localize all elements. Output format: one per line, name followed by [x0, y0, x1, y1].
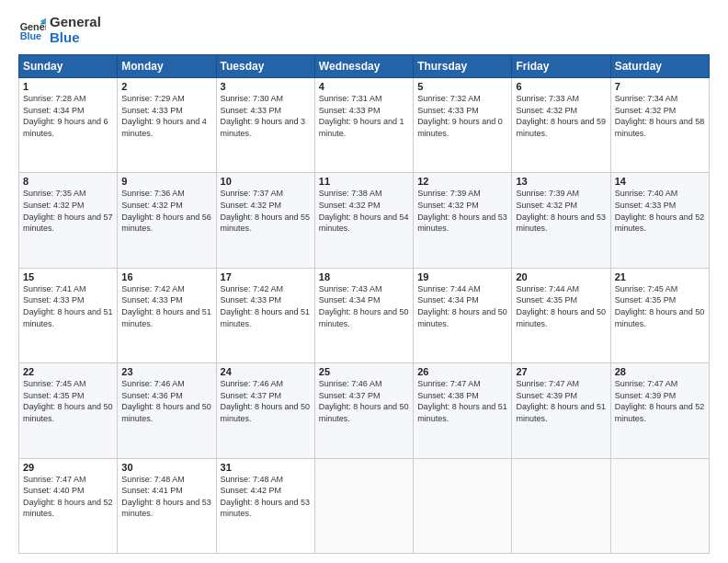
day-number: 23	[121, 366, 211, 377]
calendar-cell: 7Sunrise: 7:34 AMSunset: 4:32 PMDaylight…	[610, 78, 709, 173]
calendar-header-row: SundayMondayTuesdayWednesdayThursdayFrid…	[19, 55, 710, 78]
calendar-cell: 26Sunrise: 7:47 AMSunset: 4:38 PMDayligh…	[414, 363, 512, 458]
calendar-cell: 5Sunrise: 7:32 AMSunset: 4:33 PMDaylight…	[414, 78, 512, 173]
day-number: 6	[516, 81, 606, 92]
logo-text-general: General	[50, 15, 101, 30]
day-info: Sunrise: 7:45 AMSunset: 4:35 PMDaylight:…	[615, 283, 705, 329]
day-info: Sunrise: 7:48 AMSunset: 4:41 PMDaylight:…	[121, 474, 211, 520]
day-info: Sunrise: 7:42 AMSunset: 4:33 PMDaylight:…	[121, 283, 211, 329]
calendar-cell: 12Sunrise: 7:39 AMSunset: 4:32 PMDayligh…	[414, 173, 512, 268]
day-info: Sunrise: 7:39 AMSunset: 4:32 PMDaylight:…	[417, 188, 507, 234]
day-number: 31	[221, 462, 311, 473]
day-info: Sunrise: 7:37 AMSunset: 4:32 PMDaylight:…	[221, 188, 311, 234]
calendar-weekday-saturday: Saturday	[610, 55, 709, 78]
calendar-cell: 27Sunrise: 7:47 AMSunset: 4:39 PMDayligh…	[512, 363, 610, 458]
day-info: Sunrise: 7:47 AMSunset: 4:39 PMDaylight:…	[516, 378, 606, 424]
day-info: Sunrise: 7:44 AMSunset: 4:35 PMDaylight:…	[516, 283, 606, 329]
day-number: 16	[121, 271, 211, 282]
day-info: Sunrise: 7:46 AMSunset: 4:36 PMDaylight:…	[121, 378, 211, 424]
day-info: Sunrise: 7:43 AMSunset: 4:34 PMDaylight:…	[319, 283, 409, 329]
day-number: 30	[121, 462, 211, 473]
day-number: 19	[417, 271, 507, 282]
day-number: 28	[615, 366, 705, 377]
calendar-cell: 28Sunrise: 7:47 AMSunset: 4:39 PMDayligh…	[610, 363, 709, 458]
day-info: Sunrise: 7:36 AMSunset: 4:32 PMDaylight:…	[121, 188, 211, 234]
calendar-weekday-wednesday: Wednesday	[314, 55, 413, 78]
calendar-cell: 10Sunrise: 7:37 AMSunset: 4:32 PMDayligh…	[216, 173, 314, 268]
calendar-cell: 23Sunrise: 7:46 AMSunset: 4:36 PMDayligh…	[118, 363, 216, 458]
day-info: Sunrise: 7:41 AMSunset: 4:33 PMDaylight:…	[23, 283, 113, 329]
day-info: Sunrise: 7:40 AMSunset: 4:33 PMDaylight:…	[615, 188, 705, 234]
calendar-week-row: 15Sunrise: 7:41 AMSunset: 4:33 PMDayligh…	[19, 268, 710, 362]
calendar-cell: 24Sunrise: 7:46 AMSunset: 4:37 PMDayligh…	[216, 363, 314, 458]
day-number: 17	[221, 271, 311, 282]
day-number: 3	[221, 81, 311, 92]
calendar-cell: 29Sunrise: 7:47 AMSunset: 4:40 PMDayligh…	[19, 458, 118, 553]
day-info: Sunrise: 7:33 AMSunset: 4:32 PMDaylight:…	[516, 93, 606, 139]
day-number: 24	[221, 366, 311, 377]
calendar-cell: 15Sunrise: 7:41 AMSunset: 4:33 PMDayligh…	[19, 268, 118, 362]
calendar-week-row: 22Sunrise: 7:45 AMSunset: 4:35 PMDayligh…	[19, 363, 710, 458]
calendar-table: SundayMondayTuesdayWednesdayThursdayFrid…	[18, 54, 710, 554]
calendar-cell	[314, 458, 413, 553]
day-info: Sunrise: 7:46 AMSunset: 4:37 PMDaylight:…	[319, 378, 409, 424]
day-info: Sunrise: 7:47 AMSunset: 4:39 PMDaylight:…	[615, 378, 705, 424]
day-number: 21	[615, 271, 705, 282]
day-number: 1	[23, 81, 113, 92]
day-info: Sunrise: 7:35 AMSunset: 4:32 PMDaylight:…	[23, 188, 113, 234]
day-number: 9	[121, 176, 211, 187]
day-number: 26	[417, 366, 507, 377]
calendar-cell: 1Sunrise: 7:28 AMSunset: 4:34 PMDaylight…	[19, 78, 118, 173]
logo: General Blue General Blue	[18, 15, 101, 45]
page: General Blue General Blue SundayMondayTu…	[0, 0, 728, 563]
calendar-cell	[512, 458, 610, 553]
day-info: Sunrise: 7:30 AMSunset: 4:33 PMDaylight:…	[221, 93, 311, 139]
day-number: 20	[516, 271, 606, 282]
day-info: Sunrise: 7:48 AMSunset: 4:42 PMDaylight:…	[221, 474, 311, 520]
calendar-cell: 6Sunrise: 7:33 AMSunset: 4:32 PMDaylight…	[512, 78, 610, 173]
calendar-cell: 4Sunrise: 7:31 AMSunset: 4:33 PMDaylight…	[314, 78, 413, 173]
calendar-weekday-sunday: Sunday	[19, 55, 118, 78]
day-info: Sunrise: 7:44 AMSunset: 4:34 PMDaylight:…	[417, 283, 507, 329]
day-info: Sunrise: 7:38 AMSunset: 4:32 PMDaylight:…	[319, 188, 409, 234]
calendar-weekday-tuesday: Tuesday	[216, 55, 314, 78]
calendar-cell: 16Sunrise: 7:42 AMSunset: 4:33 PMDayligh…	[118, 268, 216, 362]
day-number: 5	[417, 81, 507, 92]
day-number: 29	[23, 462, 113, 473]
day-number: 11	[319, 176, 409, 187]
day-number: 22	[23, 366, 113, 377]
calendar-weekday-monday: Monday	[118, 55, 216, 78]
calendar-weekday-friday: Friday	[512, 55, 610, 78]
calendar-cell: 9Sunrise: 7:36 AMSunset: 4:32 PMDaylight…	[118, 173, 216, 268]
calendar-cell: 8Sunrise: 7:35 AMSunset: 4:32 PMDaylight…	[19, 173, 118, 268]
calendar-cell: 14Sunrise: 7:40 AMSunset: 4:33 PMDayligh…	[610, 173, 709, 268]
calendar-cell: 25Sunrise: 7:46 AMSunset: 4:37 PMDayligh…	[314, 363, 413, 458]
day-info: Sunrise: 7:45 AMSunset: 4:35 PMDaylight:…	[23, 378, 113, 424]
day-info: Sunrise: 7:39 AMSunset: 4:32 PMDaylight:…	[516, 188, 606, 234]
calendar-weekday-thursday: Thursday	[414, 55, 512, 78]
day-number: 27	[516, 366, 606, 377]
calendar-cell: 11Sunrise: 7:38 AMSunset: 4:32 PMDayligh…	[314, 173, 413, 268]
calendar-cell: 2Sunrise: 7:29 AMSunset: 4:33 PMDaylight…	[118, 78, 216, 173]
day-info: Sunrise: 7:32 AMSunset: 4:33 PMDaylight:…	[417, 93, 507, 139]
logo-text-blue: Blue	[50, 30, 101, 46]
calendar-cell	[610, 458, 709, 553]
calendar-week-row: 29Sunrise: 7:47 AMSunset: 4:40 PMDayligh…	[19, 458, 710, 553]
day-number: 2	[121, 81, 211, 92]
day-info: Sunrise: 7:31 AMSunset: 4:33 PMDaylight:…	[319, 93, 409, 139]
calendar-cell: 31Sunrise: 7:48 AMSunset: 4:42 PMDayligh…	[216, 458, 314, 553]
calendar-week-row: 8Sunrise: 7:35 AMSunset: 4:32 PMDaylight…	[19, 173, 710, 268]
day-number: 18	[319, 271, 409, 282]
day-number: 7	[615, 81, 705, 92]
calendar-cell: 18Sunrise: 7:43 AMSunset: 4:34 PMDayligh…	[314, 268, 413, 362]
calendar-cell: 17Sunrise: 7:42 AMSunset: 4:33 PMDayligh…	[216, 268, 314, 362]
day-info: Sunrise: 7:47 AMSunset: 4:38 PMDaylight:…	[417, 378, 507, 424]
calendar-cell	[414, 458, 512, 553]
day-info: Sunrise: 7:47 AMSunset: 4:40 PMDaylight:…	[23, 474, 113, 520]
day-number: 14	[615, 176, 705, 187]
calendar-cell: 13Sunrise: 7:39 AMSunset: 4:32 PMDayligh…	[512, 173, 610, 268]
day-number: 8	[23, 176, 113, 187]
svg-text:Blue: Blue	[20, 30, 41, 41]
calendar-cell: 30Sunrise: 7:48 AMSunset: 4:41 PMDayligh…	[118, 458, 216, 553]
day-info: Sunrise: 7:34 AMSunset: 4:32 PMDaylight:…	[615, 93, 705, 139]
